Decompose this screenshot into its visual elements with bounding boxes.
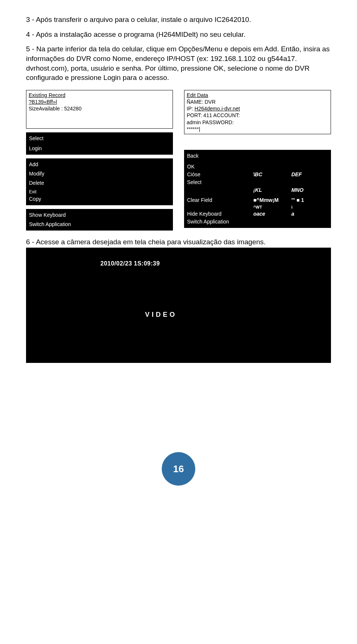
right-column: Edit Data ÑAME: DVR IP: H264demo.i-dvr.n… [184, 90, 331, 231]
right-menu-block: Back OK Cióse \BC DEF Select ¡KL MNO Cle… [184, 150, 331, 228]
menu-delete[interactable]: Delete [29, 179, 170, 187]
key-jkl[interactable]: ¡KL [253, 186, 291, 194]
edit-data-title: Edit Data [187, 92, 328, 99]
menu-select[interactable]: Select [29, 135, 170, 142]
key-a[interactable]: a [291, 210, 328, 218]
record-id-line: ?B139«Bff»l [29, 99, 170, 105]
ip-prefix: IP: [187, 106, 194, 112]
menu-select-right[interactable]: Select [187, 178, 253, 186]
page-number-badge: 16 [162, 452, 195, 486]
menu-back[interactable]: Back [187, 152, 253, 160]
ip-line: IP: H264demo.i-dvr.net [187, 105, 328, 112]
key-one[interactable]: ''' ■ 1 [291, 196, 328, 204]
menu-ok[interactable]: OK [187, 163, 253, 171]
existing-record-panel: Existíng Record ?B139«Bff»l SizeAvailabl… [26, 90, 173, 129]
paragraph-3: 3 - Após transferir o arquivo para o cel… [26, 15, 331, 25]
menu-hide-keyboard[interactable]: Hide Keyboard [187, 210, 253, 218]
video-timestamp: 2010/02/23 1S:09:39 [100, 260, 160, 267]
menu-switch-application-right[interactable]: Switch Application [187, 218, 253, 226]
key-mmw[interactable]: ■^Mmw¡M [253, 196, 291, 204]
video-label: VIDEO [145, 311, 177, 319]
key-abc[interactable]: \BC [253, 171, 291, 178]
menu-copy[interactable]: Copy [29, 195, 170, 203]
edit-data-panel: Edit Data ÑAME: DVR IP: H264demo.i-dvr.n… [184, 90, 331, 134]
menu-login[interactable]: Login [29, 145, 170, 152]
left-menu-1: Select Login [26, 132, 173, 155]
left-menu-3: Show Keyboard Switch Application [26, 209, 173, 231]
menu-switch-application[interactable]: Switch Application [29, 220, 170, 228]
left-column: Existíng Record ?B139«Bff»l SizeAvailabl… [26, 90, 173, 231]
account-line: admin PASSWORD: [187, 119, 328, 126]
screenshot-pair: Existíng Record ?B139«Bff»l SizeAvailabl… [26, 90, 331, 231]
key-wt: ^WT [253, 204, 291, 210]
paragraph-5: 5 - Na parte inferior da tela do celular… [26, 44, 331, 83]
ip-value: H264demo.i-dvr.net [194, 106, 240, 112]
menu-exit[interactable]: Exit [29, 189, 170, 195]
existing-record-title: Existíng Record [29, 92, 170, 99]
video-preview-block: 2010/02/23 1S:09:39 VIDEO [26, 248, 331, 363]
key-oace[interactable]: oace [253, 210, 291, 218]
menu-add[interactable]: Add [29, 161, 170, 168]
menu-show-keyboard[interactable]: Show Keyboard [29, 211, 170, 219]
password-line: ******| [187, 126, 328, 132]
key-def[interactable]: DEF [291, 171, 328, 178]
left-menu-2: Add Modify Delete Exit Copy [26, 158, 173, 205]
port-line: PORT: 411 ACCOUNT: [187, 112, 328, 119]
key-i: i [291, 204, 328, 210]
menu-modify[interactable]: Modify [29, 170, 170, 178]
size-available-line: SizeAvailable : 524280 [29, 105, 170, 112]
menu-close[interactable]: Cióse [187, 171, 253, 178]
paragraph-4: 4 - Após a instalação acesse o programa … [26, 30, 331, 39]
paragraph-6: 6 - Acesse a câmera desejada em tela che… [26, 238, 331, 246]
key-mno[interactable]: MNO [291, 186, 328, 194]
menu-clear-field[interactable]: Clear Field [187, 196, 253, 204]
name-line: ÑAME: DVR [187, 99, 328, 105]
